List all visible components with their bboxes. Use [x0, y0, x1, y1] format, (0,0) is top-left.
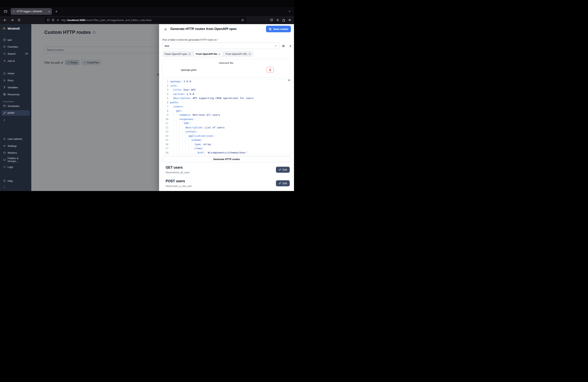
line-number: 5	[162, 96, 170, 100]
code-line: description:List of users	[170, 126, 288, 130]
sidebar-item-user[interactable]: User (admin)	[1, 136, 30, 142]
workspace-icon	[3, 39, 6, 42]
code-line: openapi:3.0.0	[170, 79, 288, 84]
sidebar-item-label: Home	[8, 72, 14, 75]
brand[interactable]: Windmill	[2, 26, 20, 30]
url-bar[interactable]: http://localhost:3000/routes?filter_path…	[45, 17, 246, 23]
browser-tab-bar: HTTP triggers | Windmill	[0, 7, 294, 16]
sidebar-item-runs[interactable]: Runs	[1, 78, 30, 83]
back-button[interactable]	[2, 17, 8, 23]
calendar-icon	[3, 105, 6, 107]
pocket-icon[interactable]	[270, 19, 273, 21]
url-path: /routes?filter_path_of=trigger&user_and_…	[85, 19, 152, 21]
back-icon	[3, 19, 7, 22]
extensions-icon[interactable]	[282, 19, 285, 21]
sidebar-item-ask-ai[interactable]: Ask AI	[1, 58, 30, 64]
tab-label: From OpenAPI file	[196, 53, 217, 55]
route-path-get-users: f/test/retrieve_all_users	[166, 171, 190, 174]
yaml-value	[178, 84, 179, 87]
sidebar-item-label: Schedules	[8, 105, 20, 107]
edit-route-button-post-users[interactable]: Edit	[276, 180, 290, 186]
add-folder-button[interactable]	[288, 43, 293, 49]
boxes-icon	[3, 93, 6, 96]
code-line: content:	[170, 129, 288, 134]
tab-from-openapi-file[interactable]: From OpenAPI file	[193, 51, 223, 57]
bookmark-star-icon[interactable]	[241, 19, 244, 21]
yaml-key: responses:	[170, 118, 194, 121]
sidebar-add-button[interactable]	[1, 117, 30, 123]
editor-gutter: 1 2 3 4 5 6 7 8 9 10 11 12 13 14 15 16 1	[162, 79, 170, 154]
trash-icon	[269, 68, 272, 71]
drawer-close-button[interactable]	[163, 26, 168, 32]
cpu-icon	[3, 151, 6, 154]
sidebar-item-resources[interactable]: Resources	[1, 92, 30, 97]
forward-icon	[10, 19, 14, 22]
folder-label-text: Pick a folder to bind the generated HTTP…	[162, 39, 217, 41]
new-tab-button[interactable]	[54, 9, 59, 14]
line-number: 1	[162, 79, 170, 84]
menu-icon[interactable]	[288, 19, 291, 21]
forward-button[interactable]	[9, 17, 15, 23]
sidebar-collapse-button[interactable]	[1, 184, 30, 190]
yaml-key: application/json:	[170, 134, 214, 137]
sidebar-item-label: Favorites	[8, 45, 18, 48]
yaml-value: 1.0.0	[185, 93, 194, 95]
sidebar-item-help[interactable]: Help	[1, 178, 30, 184]
sidebar-item-http[interactable]: HTTP	[1, 110, 30, 116]
sidebar-item-folders[interactable]: Folders & Groups...	[1, 157, 30, 162]
sidebar-item-home[interactable]: Home	[1, 71, 30, 76]
line-number: 2	[162, 84, 170, 88]
tab-paste-openapi-spec[interactable]: Paste OpenAPI spec	[162, 51, 193, 57]
route-name-get-users: GET users	[166, 166, 183, 170]
info-icon	[189, 53, 191, 55]
help-icon	[3, 180, 6, 182]
preview-folder-button[interactable]	[281, 43, 286, 49]
line-number: 7	[162, 105, 170, 109]
save-routes-button[interactable]: Save routes	[266, 26, 291, 32]
sidebar-item-workspace[interactable]: test	[1, 37, 30, 42]
openapi-code-editor[interactable]: 1 2 3 4 5 6 7 8 9 10 11 12 13 14 15 16 1	[162, 79, 291, 155]
sidebar-item-label: HTTP	[8, 112, 14, 115]
yaml-value: 3.0.0	[182, 80, 191, 83]
firefox-view-button[interactable]	[3, 9, 8, 14]
yaml-value	[214, 134, 215, 137]
sidebar-item-search[interactable]: Search ⌘k	[1, 51, 30, 56]
pencil-icon	[279, 182, 281, 185]
plus-icon	[289, 44, 292, 47]
tab-from-openapi-url[interactable]: From OpenAPI URL	[223, 51, 253, 57]
list-all-tabs-button[interactable]	[288, 10, 291, 13]
list-icon	[3, 166, 6, 169]
folder-select-value: test	[165, 44, 169, 47]
sidebar-item-variables[interactable]: Variables	[1, 85, 30, 90]
yaml-key: openapi:	[170, 80, 182, 83]
code-line: schema:	[170, 138, 288, 142]
sidebar-item-workers[interactable]: Workers	[1, 150, 30, 155]
code-line: type:array	[170, 142, 288, 147]
account-icon[interactable]	[276, 19, 279, 21]
sidebar-item-label: test	[8, 39, 12, 42]
edit-route-button-get-users[interactable]: Edit	[276, 167, 290, 173]
url-host: localhost:3000	[68, 19, 85, 21]
toolbar-right-icons	[270, 17, 291, 23]
home-icon	[3, 72, 6, 75]
shield-icon[interactable]	[47, 19, 50, 21]
folder-select[interactable]: test	[162, 42, 280, 49]
page-info-icon[interactable]	[52, 19, 54, 21]
browser-tab[interactable]: HTTP triggers | Windmill	[11, 8, 52, 15]
url-text: http://localhost:3000/routes?filter_path…	[61, 19, 239, 21]
indent-guide	[191, 138, 192, 154]
sidebar-item-logs[interactable]: Logs	[1, 164, 30, 170]
sidebar-item-settings[interactable]: Settings	[1, 143, 30, 149]
sidebar-item-favorites[interactable]: Favorites	[1, 44, 30, 49]
remove-file-button[interactable]	[266, 67, 274, 73]
yaml-key: $ref:	[170, 151, 205, 154]
tab-close-icon[interactable]	[48, 11, 50, 13]
tab-title: HTTP triggers | Windmill	[17, 10, 46, 13]
yaml-key: info:	[170, 84, 178, 87]
shuffle-icon[interactable]	[56, 19, 59, 21]
generate-http-routes-button[interactable]: Generate HTTP routes	[162, 156, 291, 162]
sidebar-item-label: Search	[8, 52, 16, 55]
sidebar-item-schedules[interactable]: Schedules	[1, 103, 30, 109]
reload-button[interactable]	[16, 17, 22, 23]
editor-scrollbar-thumb[interactable]	[288, 80, 290, 81]
